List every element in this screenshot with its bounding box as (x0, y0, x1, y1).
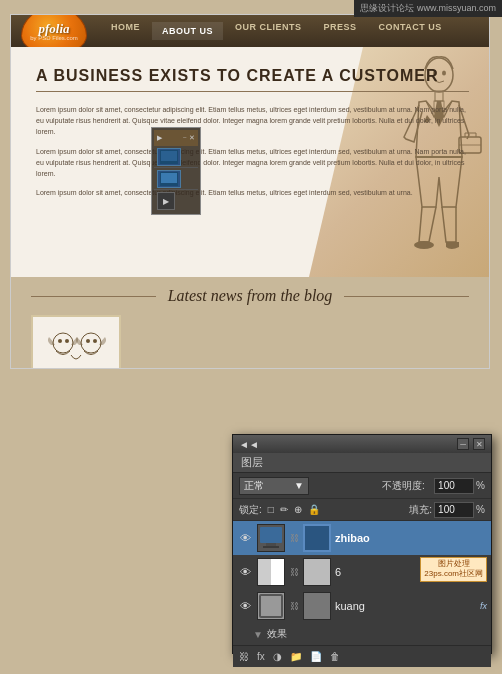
nav-home[interactable]: HOME (101, 22, 150, 40)
layer-name-zhibao: zhibao (335, 532, 487, 544)
svg-rect-11 (161, 173, 177, 183)
cherub-illustration (41, 323, 111, 370)
ps-blend-mode-value: 正常 (244, 479, 264, 493)
layer-thumb-6 (257, 558, 285, 586)
nav-clients[interactable]: OUR CLIENTS (225, 22, 312, 40)
layer-chain-6: ⛓ (289, 558, 299, 586)
blog-divider: Latest news from the blog (31, 287, 469, 305)
ps-lock-box-icon[interactable]: □ (268, 504, 274, 515)
ps-folder-icon[interactable]: 📁 (288, 650, 304, 663)
hero-content: A BUSINESS EXISTS TO CREATE A CUSTOMER L… (11, 47, 489, 277)
hero-area: A BUSINESS EXISTS TO CREATE A CUSTOMER L… (11, 47, 489, 277)
ps-opacity-label: 不透明度: (382, 479, 432, 493)
ps-panel-name: 图层 (233, 453, 491, 473)
ps-fx-button[interactable]: fx (255, 650, 267, 663)
blog-cards-row (31, 315, 469, 369)
site-container: pfolia by PSD Files.com HOME ABOUT US OU… (10, 14, 490, 369)
video-minimize-btn[interactable]: − (183, 134, 187, 142)
svg-point-15 (65, 339, 69, 343)
ps-link-icon[interactable]: ⛓ (237, 650, 251, 663)
hero-para-1: Lorem ipsum dolor sit amet, consectetur … (36, 104, 469, 138)
layer-thumb-kuang (257, 592, 285, 620)
layer-mask-6 (303, 558, 331, 586)
ps-bottom-bar: ⛓ fx ◑ 📁 📄 🗑 (233, 645, 491, 667)
svg-point-17 (86, 339, 90, 343)
ps-fill-label: 填充: (409, 503, 432, 517)
ps-lock-fill-row: 锁定: □ ✏ ⊕ 🔒 填充: % (233, 499, 491, 521)
ps-lock-label: 锁定: (239, 503, 262, 517)
nav-links: HOME ABOUT US OUR CLIENTS PRESS CONTACT … (101, 22, 452, 40)
ps-titlebar: ◄◄ ─ ✕ (233, 435, 491, 453)
hero-text: Lorem ipsum dolor sit amet, consectetur … (36, 104, 469, 198)
hero-para-3: Lorem ipsum dolor sit amet, consectetur … (36, 187, 469, 198)
hero-para-2: Lorem ipsum dolor sit amet, consectetur … (36, 146, 469, 180)
nav-contact[interactable]: CONTACT US (369, 22, 452, 40)
ps-title-controls[interactable]: ─ ✕ (457, 438, 485, 450)
ps-opacity-group: 不透明度: % (313, 478, 485, 494)
layer-name-kuang: kuang (335, 600, 476, 612)
ps-new-layer-icon[interactable]: 📄 (308, 650, 324, 663)
ps-opacity-input[interactable] (434, 478, 474, 494)
layer-mask-zhibao (303, 524, 331, 552)
svg-rect-9 (164, 161, 174, 163)
ps-adjustment-icon[interactable]: ◑ (271, 650, 284, 663)
layer-visibility-6[interactable]: 👁 (237, 564, 253, 580)
svg-point-18 (93, 339, 97, 343)
layer-row-kuang[interactable]: 👁 ⛓ kuang fx (233, 589, 491, 623)
ps-minimize-btn[interactable]: ─ (457, 438, 469, 450)
ps-delete-layer-icon[interactable]: 🗑 (328, 650, 342, 663)
layer-chain-kuang: ⛓ (289, 592, 299, 620)
layer-fx-kuang: fx (480, 601, 487, 611)
ps-effects-row: ▼ 效果 (233, 623, 491, 645)
ps-arrows: ◄◄ (239, 439, 259, 450)
layer-chain-zhibao: ⛓ (289, 524, 299, 552)
layer-row-zhibao[interactable]: 👁 ⛓ zhibao (233, 521, 491, 555)
video-title-text: ▶ (157, 134, 162, 142)
ps-blend-mode-dropdown[interactable]: 正常 ▼ (239, 477, 309, 495)
ps-opacity-percent: % (476, 480, 485, 491)
watermark-overlay: 图片处理23ps.com社区网 (420, 557, 487, 582)
video-thumb-1 (157, 148, 181, 166)
svg-rect-20 (260, 527, 282, 543)
video-thumb-2 (157, 170, 181, 188)
video-item-3[interactable]: ▶ (154, 190, 198, 212)
layer-visibility-kuang[interactable]: 👁 (237, 598, 253, 614)
ps-bottom-left-icons: ⛓ fx ◑ 📁 📄 🗑 (237, 650, 342, 663)
photoshop-layers-panel: ◄◄ ─ ✕ 图层 正常 ▼ 不透明度: % 锁定: □ ✏ ⊕ 🔒 填充: % (232, 434, 492, 654)
svg-rect-24 (258, 559, 271, 585)
layer-visibility-zhibao[interactable]: 👁 (237, 530, 253, 546)
logo-main-text: pfolia (38, 22, 69, 35)
video-item-2[interactable] (154, 168, 198, 190)
ps-fill-percent: % (476, 504, 485, 515)
effects-expand-icon[interactable]: ▼ (253, 629, 263, 640)
divider-right (344, 296, 469, 297)
divider-left (31, 296, 156, 297)
nav-about[interactable]: ABOUT US (152, 22, 223, 40)
svg-rect-8 (161, 151, 177, 161)
ps-dropdown-arrow: ▼ (294, 480, 304, 491)
video-controls-panel[interactable]: ▶ − ✕ (151, 127, 201, 215)
nav-press[interactable]: PRESS (314, 22, 367, 40)
video-close-btn[interactable]: ✕ (189, 134, 195, 142)
ps-lock-pencil-icon[interactable]: ✏ (280, 504, 288, 515)
layer-row-6[interactable]: 👁 ⛓ 6 图片处理23ps.com社区网 (233, 555, 491, 589)
ps-effects-label: 效果 (267, 627, 287, 641)
svg-rect-25 (258, 593, 284, 619)
video-item-1[interactable] (154, 146, 198, 168)
ps-lock-plus-icon[interactable]: ⊕ (294, 504, 302, 515)
ps-close-btn[interactable]: ✕ (473, 438, 485, 450)
blog-card-1[interactable] (31, 315, 121, 369)
ps-lock-padlock-icon[interactable]: 🔒 (308, 504, 320, 515)
logo-sub-text: by PSD Files.com (30, 35, 78, 41)
video-title-buttons[interactable]: − ✕ (183, 134, 195, 142)
ps-fill-input[interactable] (434, 502, 474, 518)
svg-rect-22 (263, 546, 279, 548)
ps-blend-opacity-row: 正常 ▼ 不透明度: % (233, 473, 491, 499)
svg-point-14 (58, 339, 62, 343)
blog-section: Latest news from the blog (11, 277, 489, 369)
layer-mask-kuang (303, 592, 331, 620)
watermark: 思缘设计论坛 www.missyuan.com (354, 0, 502, 17)
play-button[interactable]: ▶ (157, 192, 175, 210)
ps-fill-group: 填充: % (326, 502, 485, 518)
blog-title: Latest news from the blog (156, 287, 345, 305)
